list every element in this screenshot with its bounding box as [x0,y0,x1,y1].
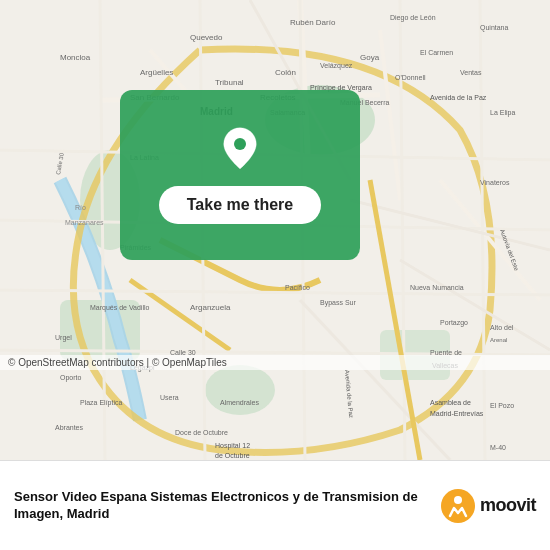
svg-text:Alto del: Alto del [490,324,514,331]
svg-point-80 [234,138,246,150]
svg-point-81 [441,489,475,523]
svg-text:Arganzuela: Arganzuela [190,303,231,312]
svg-text:Marqués de Vadillo: Marqués de Vadillo [90,304,150,312]
svg-text:Argüelles: Argüelles [140,68,173,77]
svg-text:Rubén Darío: Rubén Darío [290,18,336,27]
copyright-bar: © OpenStreetMap contributors | © OpenMap… [0,355,550,370]
svg-text:Asamblea de: Asamblea de [430,399,471,406]
moovit-brand-text: moovit [480,495,536,516]
info-text: Sensor Video Espana Sistemas Electronico… [14,489,430,523]
svg-text:Almendrales: Almendrales [220,399,259,406]
svg-text:Vinateros: Vinateros [480,179,510,186]
info-bar: Sensor Video Espana Sistemas Electronico… [0,460,550,550]
copyright-text: © OpenStreetMap contributors | © OpenMap… [8,357,227,368]
destination-title: Sensor Video Espana Sistemas Electronico… [14,489,430,523]
svg-text:M-40: M-40 [490,444,506,451]
moovit-logo[interactable]: moovit [440,488,536,524]
svg-text:Oporto: Oporto [60,374,82,382]
moovit-icon [440,488,476,524]
svg-text:Portazgo: Portazgo [440,319,468,327]
svg-text:Madrid-Entrevías: Madrid-Entrevías [430,410,484,417]
svg-text:Avenida de la Paz: Avenida de la Paz [430,94,487,101]
svg-text:Bypass Sur: Bypass Sur [320,299,356,307]
svg-text:O'Donnell: O'Donnell [395,74,426,81]
svg-text:Pacífico: Pacífico [285,284,310,291]
svg-text:Nueva Numancia: Nueva Numancia [410,284,464,291]
svg-text:Goya: Goya [360,53,380,62]
svg-point-82 [454,496,462,504]
svg-text:Usera: Usera [160,394,179,401]
svg-text:Tribunal: Tribunal [215,78,244,87]
svg-text:Urgel: Urgel [55,334,72,342]
svg-text:La Elipa: La Elipa [490,109,515,117]
svg-text:Doce de Octubre: Doce de Octubre [175,429,228,436]
svg-text:Moncloa: Moncloa [60,53,91,62]
svg-text:Quevedo: Quevedo [190,33,223,42]
svg-text:Ventas: Ventas [460,69,482,76]
svg-text:Diego de León: Diego de León [390,14,436,22]
svg-point-4 [205,365,275,415]
take-me-there-button[interactable]: Take me there [159,186,321,224]
svg-text:Hospital 12: Hospital 12 [215,442,250,450]
svg-text:Plaza Elíptica: Plaza Elíptica [80,399,123,407]
pin-icon [216,126,264,174]
location-card: Take me there [120,90,360,260]
svg-text:Colón: Colón [275,68,296,77]
svg-text:Manzanares: Manzanares [65,219,104,226]
svg-text:Quintana: Quintana [480,24,509,32]
svg-text:Abrantes: Abrantes [55,424,84,431]
svg-text:El Pozo: El Pozo [490,402,514,409]
svg-text:de Octubre: de Octubre [215,452,250,459]
map-container: Argüelles Moncloa Quevedo Rubén Darío Di… [0,0,550,460]
svg-text:Velázquez: Velázquez [320,62,353,70]
svg-text:Arenal: Arenal [490,337,507,343]
svg-text:Río: Río [75,204,86,211]
svg-text:El Carmen: El Carmen [420,49,453,56]
